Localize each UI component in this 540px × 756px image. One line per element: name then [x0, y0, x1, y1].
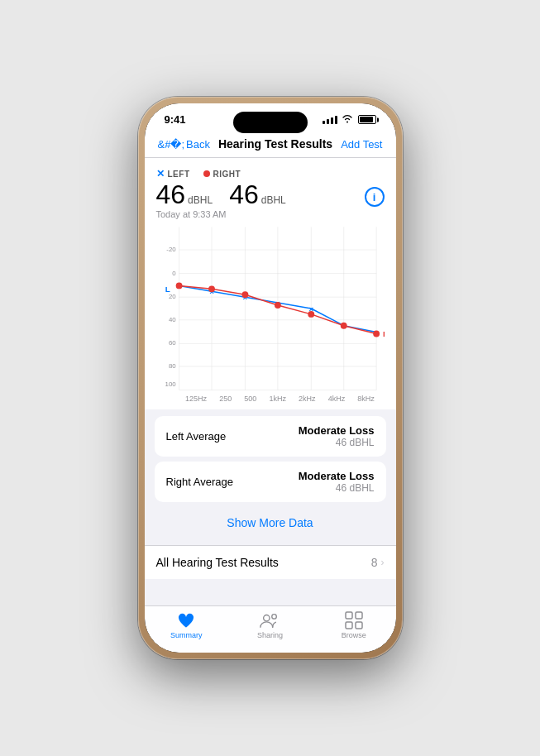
left-reading: 46 dBHL — [156, 181, 213, 208]
all-results-row[interactable]: All Hearing Test Results 8 › — [145, 545, 396, 579]
freq-labels: 125Hz 250 500 1kHz 2kHz 4kHz 8kHz — [156, 395, 385, 403]
main-content: ✕ LEFT RIGHT — [145, 158, 396, 605]
chevron-left-icon: &#�; — [158, 138, 185, 151]
left-legend: ✕ LEFT — [156, 168, 190, 179]
legend-row: ✕ LEFT RIGHT — [156, 168, 365, 179]
all-results-right: 8 › — [371, 556, 385, 569]
svg-point-38 — [272, 615, 277, 620]
readings-row: 46 dBHL 46 dBHL — [156, 181, 365, 208]
signal-icon — [323, 116, 337, 124]
svg-text:0: 0 — [172, 270, 176, 277]
browse-icon — [344, 611, 364, 629]
audiogram-card: ✕ LEFT RIGHT — [145, 158, 396, 409]
left-average-value: Moderate Loss 46 dBHL — [299, 424, 375, 448]
svg-point-32 — [308, 311, 314, 318]
summary-icon — [176, 611, 196, 629]
info-button[interactable]: i — [365, 187, 385, 207]
tab-browse[interactable]: Browse — [312, 611, 395, 639]
svg-text:20: 20 — [168, 293, 175, 300]
freq-500: 500 — [244, 395, 256, 403]
left-x-icon: ✕ — [156, 168, 165, 179]
svg-text:60: 60 — [168, 339, 175, 347]
svg-rect-41 — [346, 622, 352, 629]
tab-bar: Summary Sharing — [145, 605, 396, 653]
right-average-value: Moderate Loss 46 dBHL — [299, 470, 375, 494]
right-unit: dBHL — [261, 194, 286, 206]
svg-point-31 — [274, 302, 280, 309]
left-average-secondary: 46 dBHL — [299, 437, 375, 448]
nav-bar: &#�; Back Hearing Test Results Add Test — [145, 131, 396, 158]
svg-point-33 — [340, 323, 346, 329]
freq-1k: 1kHz — [269, 395, 286, 403]
svg-text:R: R — [383, 330, 385, 339]
right-average-card: Right Average Moderate Loss 46 dBHL — [155, 462, 386, 502]
battery-icon — [358, 115, 376, 124]
svg-text:100: 100 — [165, 380, 176, 388]
add-test-button[interactable]: Add Test — [341, 138, 382, 151]
svg-point-28 — [175, 282, 182, 289]
freq-250: 250 — [219, 395, 232, 403]
all-results-count: 8 — [371, 556, 378, 569]
left-average-label: Left Average — [166, 430, 227, 443]
browse-tab-label: Browse — [342, 631, 366, 639]
stats-section: Left Average Moderate Loss 46 dBHL Right… — [145, 409, 396, 545]
svg-text:40: 40 — [168, 316, 175, 323]
svg-point-30 — [241, 291, 248, 298]
sharing-tab-label: Sharing — [257, 631, 283, 639]
svg-point-34 — [373, 331, 380, 337]
right-value: 46 — [229, 181, 259, 208]
sharing-icon — [260, 611, 280, 629]
info-icon: i — [373, 191, 376, 203]
left-average-card: Left Average Moderate Loss 46 dBHL — [155, 416, 386, 457]
page-title: Hearing Test Results — [218, 137, 332, 151]
right-average-primary: Moderate Loss — [299, 470, 375, 482]
left-unit: dBHL — [188, 194, 213, 206]
timestamp: Today at 9:33 AM — [156, 209, 365, 219]
right-legend-label: RIGHT — [213, 170, 241, 179]
show-more-section: Show More Data — [155, 507, 386, 538]
back-label: Back — [186, 138, 210, 151]
freq-2k: 2kHz — [299, 395, 316, 403]
svg-rect-39 — [346, 612, 352, 619]
freq-4k: 4kHz — [328, 395, 346, 403]
back-button[interactable]: &#�; Back — [158, 138, 210, 151]
left-average-primary: Moderate Loss — [299, 424, 375, 437]
right-reading: 46 dBHL — [229, 181, 286, 208]
audiogram-chart: -20 0 20 40 60 80 100 — [156, 226, 385, 391]
svg-text:80: 80 — [168, 362, 175, 370]
left-legend-label: LEFT — [168, 170, 190, 179]
all-results-label: All Hearing Test Results — [156, 556, 279, 569]
svg-text:-20: -20 — [166, 246, 176, 253]
status-time: 9:41 — [165, 113, 186, 126]
right-average-secondary: 46 dBHL — [299, 482, 375, 494]
freq-8k: 8kHz — [357, 395, 375, 403]
right-legend: RIGHT — [203, 168, 241, 179]
svg-rect-42 — [356, 622, 362, 629]
tab-summary[interactable]: Summary — [145, 611, 228, 639]
left-value: 46 — [156, 181, 186, 208]
svg-text:L: L — [165, 285, 170, 294]
summary-tab-label: Summary — [170, 631, 203, 639]
tab-sharing[interactable]: Sharing — [228, 611, 312, 639]
dynamic-island — [233, 112, 308, 133]
freq-125: 125Hz — [185, 395, 207, 403]
svg-rect-40 — [356, 612, 362, 619]
svg-point-37 — [264, 615, 270, 621]
right-average-label: Right Average — [166, 476, 233, 488]
right-dot-icon — [203, 170, 210, 177]
status-icons — [323, 114, 376, 125]
show-more-button[interactable]: Show More Data — [227, 516, 313, 529]
svg-point-29 — [208, 285, 215, 292]
chevron-right-icon: › — [381, 557, 385, 568]
wifi-icon — [342, 114, 353, 125]
phone-frame: 9:41 — [138, 97, 403, 659]
